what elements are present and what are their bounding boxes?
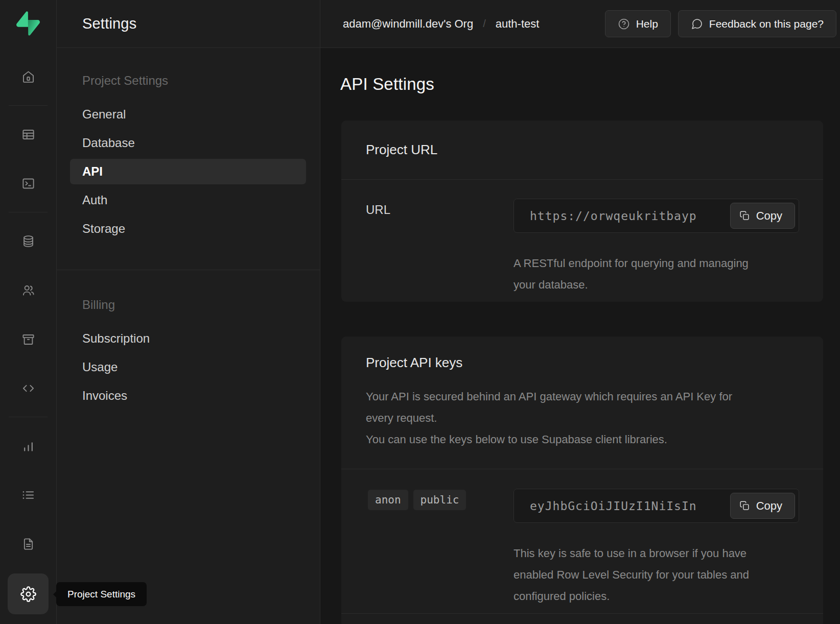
anon-badge: anon — [368, 490, 408, 510]
terminal-icon — [21, 177, 35, 190]
breadcrumb-project[interactable]: auth-test — [496, 17, 540, 31]
copy-anon-key-label: Copy — [756, 499, 782, 513]
project-url-card-title: Project URL — [366, 142, 799, 158]
project-settings-tooltip: Project Settings — [56, 582, 147, 606]
archive-icon — [21, 332, 35, 346]
database-button[interactable] — [15, 228, 41, 254]
key-badges: anon public — [366, 489, 514, 607]
message-bubble-icon — [691, 18, 703, 30]
main-content: adam@windmill.dev's Org / auth-test Help… — [320, 0, 840, 624]
logs-button[interactable] — [15, 482, 41, 508]
docs-button[interactable] — [15, 531, 41, 557]
users-icon — [21, 283, 35, 297]
gear-icon — [20, 586, 36, 602]
rail-divider — [9, 417, 48, 417]
anon-key-value: eyJhbGciOiJIUzI1NiIsIn — [530, 499, 697, 513]
api-keys-card-header: Project API keys Your API is secured beh… — [341, 337, 823, 469]
sidebar-item-subscription[interactable]: Subscription — [57, 324, 320, 353]
home-icon — [21, 70, 35, 84]
project-settings-button[interactable] — [8, 573, 49, 614]
settings-sidebar: Settings Project Settings General Databa… — [57, 0, 320, 624]
nav-section-divider — [57, 270, 320, 270]
help-button-label: Help — [636, 18, 658, 30]
supabase-logo-icon — [16, 11, 40, 36]
rail-bottom — [8, 573, 49, 614]
api-keys-card-title: Project API keys — [366, 355, 799, 371]
home-button[interactable] — [15, 63, 41, 90]
url-description: A RESTful endpoint for querying and mana… — [514, 253, 761, 296]
database-icon — [21, 234, 35, 248]
api-keys-description-line2: You can use the keys below to use Supaba… — [366, 429, 739, 450]
api-keys-description-line1: Your API is secured behind an API gatewa… — [366, 386, 739, 429]
rail-divider — [9, 212, 48, 212]
copy-url-button[interactable]: Copy — [730, 203, 795, 229]
list-icon — [21, 488, 35, 502]
icon-rail — [0, 0, 57, 624]
bar-chart-icon — [21, 439, 35, 453]
page-title: API Settings — [340, 75, 840, 94]
anon-key-row: anon public eyJhbGciOiJIUzI1NiIsIn Copy … — [341, 469, 823, 624]
help-button[interactable]: Help — [605, 10, 671, 37]
sidebar-item-general[interactable]: General — [57, 100, 320, 129]
storage-button[interactable] — [15, 326, 41, 352]
settings-nav: Project Settings General Database API Au… — [57, 48, 320, 410]
project-url-card-header: Project URL — [341, 121, 823, 180]
nav-section-header-project-settings: Project Settings — [82, 74, 320, 88]
anon-key-description: This key is safe to use in a browser if … — [514, 543, 761, 607]
feedback-button[interactable]: Feedback on this page? — [678, 10, 836, 37]
topbar: adam@windmill.dev's Org / auth-test Help… — [320, 0, 840, 48]
rail-divider — [9, 105, 48, 106]
public-badge: public — [413, 490, 466, 510]
project-url-row: URL https://orwqeukritbayp Copy A RESTfu… — [341, 180, 823, 302]
copy-icon — [739, 500, 750, 511]
file-icon — [21, 537, 35, 551]
sidebar-item-auth[interactable]: Auth — [57, 186, 320, 214]
anon-key-field[interactable]: eyJhbGciOiJIUzI1NiIsIn Copy — [514, 489, 799, 523]
supabase-logo[interactable] — [16, 11, 40, 36]
code-icon — [21, 381, 35, 395]
api-keys-card-description: Your API is secured behind an API gatewa… — [366, 371, 799, 450]
key-row-divider — [341, 613, 823, 614]
table-icon — [21, 128, 35, 141]
nav-section-header-billing: Billing — [82, 298, 320, 312]
breadcrumb-org[interactable]: adam@windmill.dev's Org — [343, 17, 473, 31]
settings-sidebar-header: Settings — [57, 0, 320, 48]
project-url-field[interactable]: https://orwqeukritbayp Copy — [514, 199, 799, 233]
rail-nav — [0, 63, 56, 557]
edge-functions-button[interactable] — [15, 375, 41, 401]
sidebar-item-usage[interactable]: Usage — [57, 353, 320, 381]
sidebar-item-database[interactable]: Database — [57, 129, 320, 157]
help-circle-icon — [618, 18, 630, 30]
anon-key-field-column: eyJhbGciOiJIUzI1NiIsIn Copy This key is … — [514, 489, 799, 607]
breadcrumb-separator: / — [483, 18, 486, 30]
settings-title: Settings — [82, 15, 136, 32]
sql-editor-button[interactable] — [15, 170, 41, 197]
project-url-value: https://orwqeukritbayp — [530, 209, 697, 223]
url-field-column: https://orwqeukritbayp Copy A RESTful en… — [514, 199, 799, 296]
feedback-button-label: Feedback on this page? — [709, 18, 824, 30]
reports-button[interactable] — [15, 433, 41, 459]
topbar-actions: Help Feedback on this page? — [605, 10, 836, 37]
api-keys-card: Project API keys Your API is secured beh… — [341, 337, 823, 624]
table-editor-button[interactable] — [15, 121, 41, 148]
sidebar-item-storage[interactable]: Storage — [57, 214, 320, 243]
copy-icon — [739, 210, 750, 221]
copy-url-label: Copy — [756, 209, 782, 223]
copy-anon-key-button[interactable]: Copy — [730, 493, 795, 519]
sidebar-item-api[interactable]: API — [70, 159, 306, 184]
project-url-card: Project URL URL https://orwqeukritbayp C… — [341, 121, 823, 302]
sidebar-item-invoices[interactable]: Invoices — [57, 381, 320, 410]
url-label: URL — [366, 199, 514, 296]
auth-users-button[interactable] — [15, 277, 41, 303]
